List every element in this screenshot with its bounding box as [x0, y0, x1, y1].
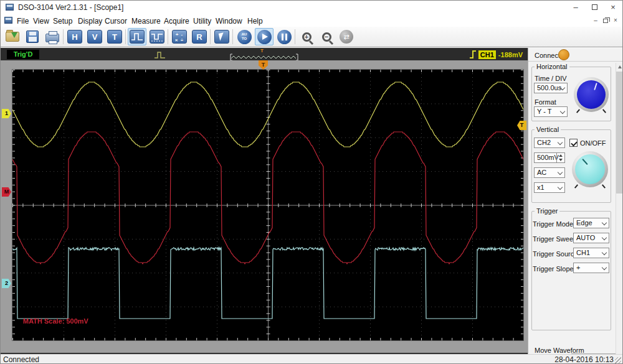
trigger-source-select[interactable]: CH1	[573, 248, 609, 258]
ch1-level-marker[interactable]: 1	[2, 109, 11, 118]
pause-button[interactable]	[275, 28, 293, 45]
mdi-restore-button[interactable]	[601, 17, 610, 25]
trigger-time-marker[interactable]: T	[259, 60, 268, 70]
menu-measure[interactable]: Measure	[129, 16, 163, 26]
mdi-restore-icon	[603, 19, 608, 23]
menu-acquire[interactable]: Acquire	[161, 16, 192, 26]
menu-window[interactable]: Window	[213, 16, 245, 26]
trigger-sweep-label: Trigger Sweep	[533, 235, 577, 243]
trigger-level-value: -188mV	[498, 51, 523, 58]
toolbar: H V T + -× ÷ R AUTO + − ⇄	[1, 27, 622, 47]
menu-utility[interactable]: Utility	[191, 16, 214, 26]
menu-file[interactable]: File	[14, 16, 31, 26]
scope-display: Trig'D T CH1 -188mV T	[1, 48, 528, 354]
menu-setup[interactable]: Setup	[50, 16, 75, 26]
status-bar: Connected 28-04-2016 10:13	[1, 354, 622, 364]
trigger-slope-value: +	[576, 264, 580, 271]
run-button[interactable]	[255, 28, 273, 45]
horizontal-knob[interactable]	[574, 77, 609, 112]
print-button[interactable]	[43, 28, 62, 45]
math-level-marker[interactable]: M	[2, 187, 11, 197]
chevron-down-icon	[602, 220, 607, 225]
menu-cursor[interactable]: Cursor	[102, 16, 130, 26]
trigger-source-badge: CH1	[478, 50, 496, 59]
trigger-system-button[interactable]: T	[105, 28, 124, 45]
time-div-label: Time / DIV	[535, 75, 567, 82]
refresh-button[interactable]: ⇄	[337, 28, 356, 45]
control-panel: Connect: Horizontal Time / DIV 500.0us F…	[528, 48, 623, 354]
spinner-buttons[interactable]	[556, 153, 564, 162]
scrollbar-thumb[interactable]	[616, 72, 623, 194]
ch2-level-marker[interactable]: 2	[2, 279, 11, 288]
zoom-out-button[interactable]: −	[317, 28, 336, 45]
volt-scale-spinner[interactable]: 500mV	[534, 152, 565, 163]
spin-down-icon	[559, 159, 563, 161]
chevron-down-icon	[560, 109, 565, 114]
horizontal-system-button[interactable]: H	[65, 28, 84, 45]
download-arrow-icon	[11, 32, 17, 38]
trigger-slope-select[interactable]: +	[573, 263, 609, 273]
open-button[interactable]	[3, 28, 22, 45]
close-button[interactable]: ×	[604, 1, 622, 14]
format-select[interactable]: Y - T	[534, 106, 568, 117]
channel-onoff-checkbox[interactable]	[569, 139, 578, 147]
dual-pulse-button[interactable]	[148, 28, 166, 45]
pulse-dual-icon	[150, 30, 164, 44]
format-label: Format	[535, 98, 556, 106]
channel-select[interactable]: CH2	[534, 138, 565, 148]
toolbar-separator	[63, 29, 64, 44]
resize-grip[interactable]	[615, 357, 621, 363]
menu-view[interactable]: View	[31, 16, 52, 26]
menu-display[interactable]: Display	[75, 16, 105, 26]
toolbar-separator	[125, 29, 126, 44]
autoset-button[interactable]: AUTO	[235, 28, 254, 45]
trigger-source-value: CH1	[576, 249, 590, 256]
single-pulse-button[interactable]	[128, 28, 146, 45]
h-letter-icon: H	[67, 30, 82, 44]
autoset-icon: AUTO	[237, 30, 252, 44]
vertical-knob[interactable]	[572, 151, 608, 187]
volt-scale-value: 500mV	[537, 154, 559, 161]
window-title: DSO-3104 Ver2.1.31 - [Scope1]	[18, 3, 123, 12]
mdi-minimize-button[interactable]: –	[591, 17, 600, 25]
minimize-button[interactable]: –	[566, 1, 585, 14]
maximize-button[interactable]	[585, 1, 604, 14]
pulse-single-icon	[130, 30, 145, 44]
t-letter-icon: T	[107, 30, 122, 44]
toolbar-separator	[168, 29, 168, 44]
scope-plot-area: T 1 M 2 T MATH Scale: 500mV CH1 ~ 500mV …	[1, 60, 528, 340]
coupling-value: AC	[537, 169, 546, 176]
trigger-mode-label: Trigger Mode	[533, 220, 573, 228]
probe-select[interactable]: x1	[534, 182, 565, 193]
time-div-select[interactable]: 500.0us	[534, 83, 568, 93]
menu-help[interactable]: Help	[245, 16, 265, 26]
document-icon	[4, 17, 12, 24]
math-button[interactable]: + -× ÷	[170, 28, 189, 45]
zoom-out-icon: −	[322, 32, 331, 42]
cursor-tool-button[interactable]	[212, 28, 231, 45]
vertical-system-button[interactable]: V	[85, 28, 104, 45]
refresh-icon: ⇄	[340, 30, 353, 44]
reference-button[interactable]: R	[190, 28, 209, 45]
v-letter-icon: V	[87, 30, 102, 44]
connect-indicator[interactable]	[558, 49, 569, 60]
panel-scrollbar[interactable]	[616, 63, 623, 360]
trigger-mode-select[interactable]: Edge	[573, 218, 609, 228]
toolbar-separator	[295, 29, 295, 44]
vertical-group-title: Vertical	[535, 126, 561, 133]
play-icon	[257, 30, 272, 44]
save-floppy-icon	[26, 30, 39, 43]
toolbar-separator	[232, 29, 233, 44]
zoom-in-button[interactable]: +	[297, 28, 316, 45]
trigger-sweep-select[interactable]: AUTO	[573, 233, 609, 243]
mdi-close-button[interactable]: ×	[611, 17, 620, 25]
coupling-select[interactable]: AC	[534, 167, 565, 178]
onoff-label: ON/OFF	[580, 139, 606, 147]
menu-bar: File View Setup Display Cursor Measure A…	[1, 14, 622, 27]
open-folder-icon	[6, 32, 19, 42]
scope-canvas[interactable]	[12, 69, 524, 341]
horizontal-knob-face	[577, 80, 606, 109]
save-button[interactable]	[23, 28, 42, 45]
scroll-up-icon[interactable]	[616, 63, 623, 71]
format-value: Y - T	[537, 108, 551, 115]
